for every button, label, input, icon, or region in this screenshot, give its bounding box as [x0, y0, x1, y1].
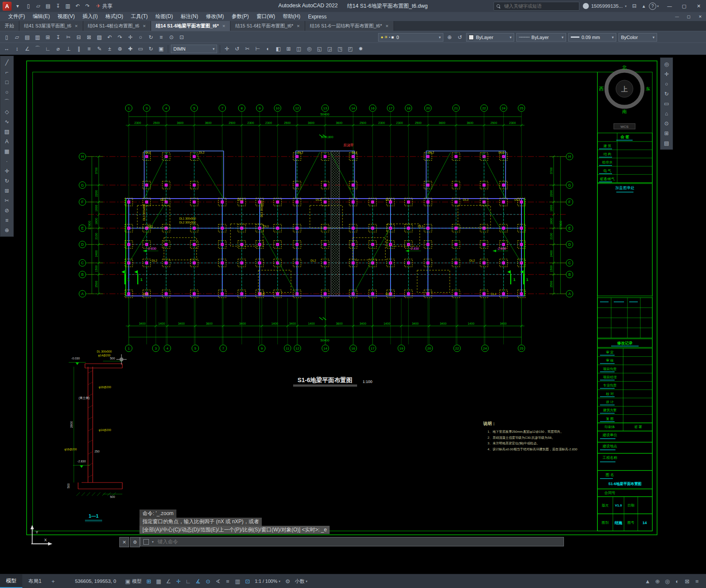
array-tool-icon[interactable]: ⊞: [2, 186, 12, 195]
autocad-logo-icon[interactable]: A: [3, 2, 12, 11]
orbit-icon[interactable]: ↻: [146, 33, 156, 42]
workspace-gear-icon[interactable]: ⚙: [283, 574, 292, 588]
chamfer-icon[interactable]: ◧: [273, 44, 283, 53]
tab-close-icon[interactable]: ✕: [142, 24, 146, 28]
minimize-button[interactable]: —: [671, 12, 683, 21]
center-mark-icon[interactable]: ⊕: [115, 44, 125, 53]
osnap-icon[interactable]: ⊙: [203, 578, 213, 585]
table-tool-icon[interactable]: ▦: [2, 147, 12, 156]
file-tab-0[interactable]: 开始: [0, 21, 19, 31]
menu-item-8[interactable]: 修改(M): [202, 12, 228, 21]
menu-item-5[interactable]: 工具(T): [127, 12, 152, 21]
layer-dropdown[interactable]: ●☀▪■ 0 ▾: [378, 33, 443, 42]
annotation-visibility-icon[interactable]: ▲: [643, 578, 652, 585]
maximize-button[interactable]: ▢: [683, 12, 694, 21]
close-button[interactable]: ✕: [694, 12, 706, 21]
tab-close-icon[interactable]: ✕: [75, 24, 78, 28]
scale-icon[interactable]: ◱: [315, 44, 324, 53]
copy-icon[interactable]: ⊟: [74, 33, 84, 42]
file-tab-5[interactable]: 结16 S1-6一层结构平面布置图_t6*✕: [305, 21, 394, 31]
spline-tool-icon[interactable]: ∿: [2, 117, 12, 126]
leader-icon[interactable]: ✎: [94, 44, 104, 53]
move-icon[interactable]: ✛: [222, 44, 232, 53]
file-tab-2[interactable]: 结04 S1-4桩位布置图_t6✕: [83, 21, 151, 31]
new-file-icon[interactable]: ▯: [2, 33, 12, 42]
text-tool-icon[interactable]: A: [2, 137, 12, 146]
layers-tool-icon[interactable]: ≡: [2, 216, 12, 225]
lineweight-display-icon[interactable]: ≡: [223, 578, 233, 585]
notification-icon[interactable]: ▴: [639, 3, 648, 9]
grid-icon[interactable]: ⊞: [144, 578, 154, 585]
transparency-icon[interactable]: ▥: [233, 578, 242, 585]
trim-tool-icon[interactable]: ✂: [2, 196, 12, 205]
make-object-layer-current-icon[interactable]: ⊕: [445, 33, 455, 42]
new-layout-button[interactable]: +: [48, 574, 59, 588]
radius-dimension-icon[interactable]: ∟: [43, 44, 53, 53]
tab-close-icon[interactable]: ✕: [297, 24, 300, 28]
paste-icon[interactable]: ⊠: [84, 33, 94, 42]
otrack-icon[interactable]: ∢: [213, 578, 223, 585]
join-icon[interactable]: ◰: [345, 44, 355, 53]
search-input[interactable]: [503, 3, 576, 9]
steering-icon[interactable]: ⊙: [662, 119, 671, 128]
minimize-button[interactable]: —: [662, 0, 677, 12]
osnap-icon[interactable]: ⊙: [167, 33, 176, 42]
hatch-tool-icon[interactable]: ▨: [2, 127, 12, 136]
units-button[interactable]: 小数 ▾: [292, 578, 310, 585]
show-motion-icon[interactable]: ⌂: [662, 109, 671, 118]
layer-lock-icon[interactable]: ▪: [389, 35, 391, 39]
mirror-icon[interactable]: ◫: [294, 44, 304, 53]
match-properties-icon[interactable]: ▨: [94, 33, 104, 42]
command-settings-icon[interactable]: ⚙: [130, 537, 140, 547]
viewcube-icon[interactable]: ▭: [662, 99, 671, 108]
close-command-icon[interactable]: ✕: [119, 537, 129, 547]
color-dropdown[interactable]: ByLayer ▾: [466, 33, 514, 42]
dimstyle-dropdown[interactable]: DIMN ▾: [171, 45, 217, 53]
dimension-style-icon[interactable]: ▣: [156, 44, 166, 53]
grid-nav-icon[interactable]: ⊞: [662, 129, 671, 138]
zoom-extents-icon[interactable]: ○: [662, 79, 671, 88]
pan-icon[interactable]: ✛: [125, 33, 135, 42]
menu-item-10[interactable]: 窗口(W): [253, 12, 279, 21]
share-button[interactable]: ✈ 共享: [96, 3, 112, 10]
polygon-tool-icon[interactable]: ◇: [2, 107, 12, 116]
aligned-dimension-icon[interactable]: ↕: [12, 44, 22, 53]
point-tool-icon[interactable]: ∙: [2, 157, 12, 166]
open-file-icon[interactable]: ▱: [12, 33, 22, 42]
fillet-icon[interactable]: ◐: [263, 44, 273, 53]
snap-mode-icon[interactable]: ▦: [154, 578, 164, 585]
calculator-icon[interactable]: ⊡: [177, 33, 187, 42]
save-icon[interactable]: ▤: [43, 2, 53, 10]
menu-item-6[interactable]: 绘图(D): [152, 12, 177, 21]
arc-tool-icon[interactable]: ⌒: [2, 97, 12, 106]
infer-constraints-icon[interactable]: ∠: [164, 578, 173, 585]
zoom-icon[interactable]: ○: [136, 33, 145, 42]
chevron-down-icon[interactable]: ▾: [152, 540, 154, 544]
menu-item-2[interactable]: 视图(V): [54, 12, 79, 21]
undo-icon[interactable]: ↶: [105, 33, 115, 42]
dimension-update-icon[interactable]: ↻: [146, 44, 156, 53]
command-input[interactable]: [157, 538, 561, 545]
move-tool-icon[interactable]: ✛: [2, 166, 12, 175]
undo-icon[interactable]: ↶: [73, 2, 82, 10]
angular-dimension-icon[interactable]: ∠: [22, 44, 32, 53]
command-input-bar[interactable]: ▾: [140, 537, 564, 546]
file-tab-3[interactable]: 结14 S1-6地梁平面布置图_t6*✕: [151, 21, 230, 31]
rotate-tool-icon[interactable]: ↻: [2, 176, 12, 185]
arc-length-icon[interactable]: ⌒: [33, 44, 42, 53]
chevron-down-icon[interactable]: ▾: [13, 2, 22, 10]
dimension-text-edit-icon[interactable]: ▭: [136, 44, 145, 53]
model-space-canvas[interactable]: 1345789101213141617182021222425230025003…: [0, 54, 706, 574]
file-tab-1[interactable]: 结41 S3屋顶平面图_t6✕: [19, 21, 83, 31]
circle-tool-icon[interactable]: ○: [2, 87, 12, 96]
cut-icon[interactable]: ✂: [64, 33, 73, 42]
clean-screen-icon[interactable]: ⊠: [682, 578, 692, 585]
plot-icon[interactable]: ▥: [33, 33, 42, 42]
layer-previous-icon[interactable]: ↺: [455, 33, 465, 42]
save-as-icon[interactable]: ↧: [53, 2, 63, 10]
maximize-button[interactable]: ▢: [677, 0, 691, 12]
redo-icon[interactable]: ↷: [115, 33, 125, 42]
model-tab[interactable]: 模型: [0, 574, 22, 588]
ordinate-dimension-icon[interactable]: ⊥: [64, 44, 73, 53]
pan-hand-icon[interactable]: ✛: [662, 69, 671, 78]
